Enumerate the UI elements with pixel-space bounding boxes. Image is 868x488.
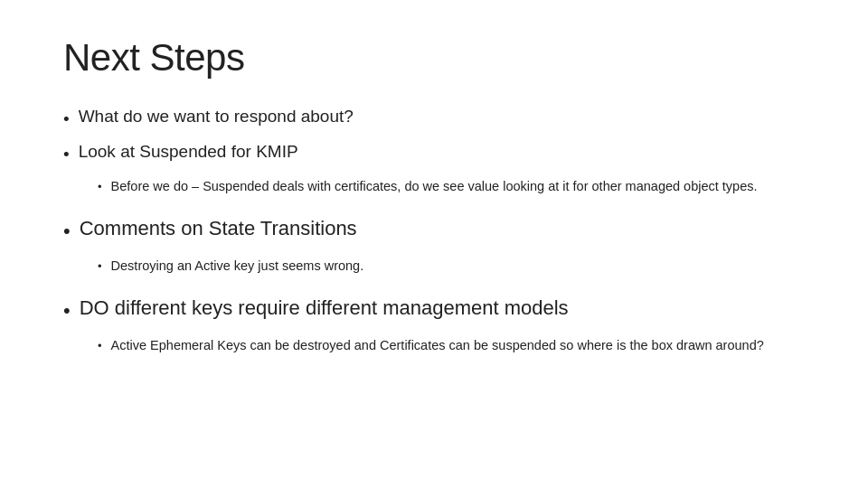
bullet-2-dot: • bbox=[63, 143, 70, 166]
bullet-2-text: Look at Suspended for KMIP bbox=[79, 140, 298, 164]
bullet-1-dot: • bbox=[63, 108, 70, 131]
bullet-4: • DO different keys require different ma… bbox=[63, 295, 814, 324]
subbullet-2-1: • Before we do – Suspended deals with ce… bbox=[98, 177, 814, 196]
bullet-2: • Look at Suspended for KMIP bbox=[63, 140, 814, 166]
subbullet-2-1-dot: • bbox=[98, 179, 102, 196]
subbullet-4-1-text: Active Ephemeral Keys can be destroyed a… bbox=[111, 336, 764, 355]
subbullet-4-1-dot: • bbox=[98, 338, 102, 355]
bullet-3-dot: • bbox=[63, 218, 71, 245]
bullet-3: • Comments on State Transitions bbox=[63, 215, 814, 245]
bullet-1: • What do we want to respond about? bbox=[63, 105, 814, 131]
subbullet-3-1-dot: • bbox=[98, 258, 102, 276]
slide: Next Steps • What do we want to respond … bbox=[0, 0, 868, 488]
bullet-3-text: Comments on State Transitions bbox=[80, 215, 357, 242]
subbullet-2-1-text: Before we do – Suspended deals with cert… bbox=[111, 177, 758, 196]
content-area: • What do we want to respond about? • Lo… bbox=[63, 105, 814, 452]
bullet-4-dot: • bbox=[63, 297, 71, 324]
bullet-1-text: What do we want to respond about? bbox=[79, 105, 354, 128]
subbullet-4-1: • Active Ephemeral Keys can be destroyed… bbox=[98, 336, 814, 355]
subbullet-3-1: • Destroying an Active key just seems wr… bbox=[98, 257, 814, 276]
slide-title: Next Steps bbox=[63, 36, 814, 80]
subbullet-3-1-text: Destroying an Active key just seems wron… bbox=[111, 257, 364, 276]
bullet-4-text: DO different keys require different mana… bbox=[80, 295, 569, 322]
